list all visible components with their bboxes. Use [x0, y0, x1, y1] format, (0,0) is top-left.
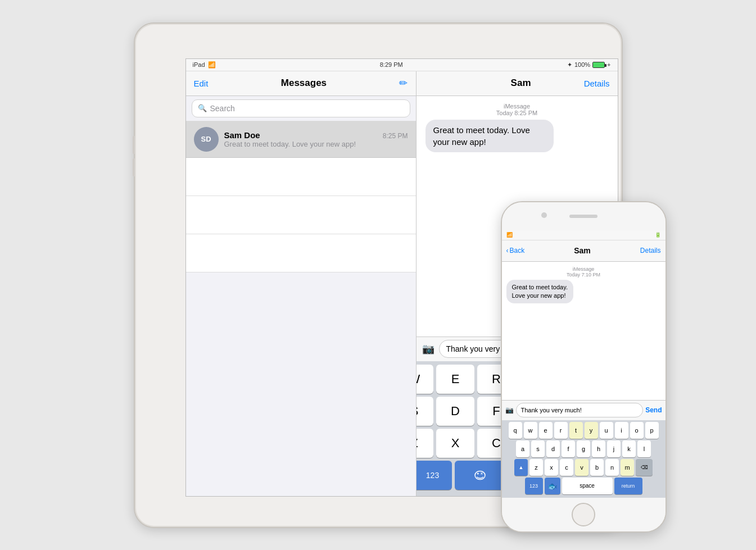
iphone-contact-name: Sam [574, 246, 591, 255]
iphone-key-a[interactable]: a [516, 440, 529, 457]
iphone-key-l[interactable]: l [637, 440, 651, 457]
iphone-back-button[interactable]: ‹ Back [506, 247, 525, 254]
emoji-key[interactable] [455, 461, 505, 490]
search-bar[interactable]: 🔍 Search [192, 99, 410, 117]
imessage-header: iMessage Today 8:25 PM [425, 103, 609, 116]
conversation-item[interactable]: SD Sam Doe 8:25 PM Great to meet today. … [186, 121, 416, 158]
key-w[interactable]: W [417, 365, 434, 394]
iphone-home-button[interactable] [572, 503, 595, 526]
iphone-carrier: 📶 [506, 232, 513, 238]
iphone-key-d[interactable]: d [546, 440, 560, 457]
iphone-key-y[interactable]: y [585, 422, 598, 439]
iphone-key-n[interactable]: n [605, 459, 619, 476]
iphone-chat: iMessage Today 7:10 PM Great to meet tod… [502, 262, 666, 400]
messages-nav-bar: Edit Messages ✏ [186, 71, 416, 96]
key-x[interactable]: X [436, 429, 474, 458]
iphone-key-t[interactable]: t [569, 422, 583, 439]
iphone-nav-bar: ‹ Back Sam Details [502, 240, 666, 262]
ipad-status-bar: iPad 📶 8:29 PM ✦ 100% + [186, 59, 618, 71]
status-left: iPad 📶 [193, 61, 216, 69]
iphone-screen: 📶 🔋 ‹ Back Sam Details iMessage Today 7:… [502, 230, 666, 498]
iphone-shell: 📶 🔋 ‹ Back Sam Details iMessage Today 7:… [501, 201, 667, 533]
chevron-left-icon: ‹ [506, 247, 509, 254]
iphone-key-k[interactable]: k [622, 440, 636, 457]
iphone-imessage-header: iMessage Today 7:10 PM [506, 266, 661, 278]
chat-nav-bar: Sam Details [417, 71, 618, 96]
iphone-row-2: a s d f g h j k l [503, 440, 664, 457]
iphone-send-button[interactable]: Send [645, 406, 662, 414]
status-time: 8:29 PM [380, 61, 403, 68]
iphone-key-p[interactable]: p [645, 422, 659, 439]
battery-label: 100% [574, 61, 590, 68]
conv-time: 8:25 PM [383, 132, 408, 140]
conv-info: Sam Doe 8:25 PM Great to meet today. Lov… [224, 130, 408, 148]
edit-button[interactable]: Edit [194, 79, 209, 88]
iphone-top-bar [502, 202, 666, 230]
battery-icon [592, 62, 605, 68]
iphone-key-v[interactable]: v [575, 459, 588, 476]
iphone-shift-key[interactable]: ▲ [514, 459, 528, 476]
conv-name: Sam Doe [224, 130, 260, 140]
iphone-message-input[interactable]: Thank you very much! [516, 403, 644, 417]
iphone-key-z[interactable]: z [529, 459, 543, 476]
iphone-return-key[interactable]: return [614, 478, 642, 494]
iphone-emoji-key[interactable]: 🐟 [545, 478, 560, 494]
iphone-key-b[interactable]: b [590, 459, 604, 476]
search-icon: 🔍 [198, 104, 207, 112]
iphone-key-w[interactable]: w [524, 422, 537, 439]
iphone-key-s[interactable]: s [531, 440, 545, 457]
iphone-num-key[interactable]: 123 [525, 478, 543, 494]
iphone-incoming-bubble-row: Great to meet today.Love your new app! [506, 280, 661, 304]
iphone-key-x[interactable]: x [545, 459, 558, 476]
wifi-icon: 📶 [208, 61, 216, 69]
iphone-key-i[interactable]: i [615, 422, 628, 439]
iphone-key-c[interactable]: c [560, 459, 573, 476]
bluetooth-icon: ✦ [567, 61, 572, 69]
num-key[interactable]: 123 [417, 461, 452, 490]
key-z[interactable]: Z [417, 429, 434, 458]
ipad-label: iPad [193, 61, 205, 68]
key-s[interactable]: S [417, 397, 434, 426]
incoming-bubble-row: Great to meet today. Love your new app! [425, 120, 609, 152]
search-bar-wrap: 🔍 Search [186, 96, 416, 121]
volume-down-button[interactable] [133, 158, 135, 176]
iphone-key-h[interactable]: h [592, 440, 605, 457]
iphone-home-area [502, 498, 666, 531]
incoming-bubble: Great to meet today. Love your new app! [425, 120, 554, 152]
iphone-speaker [569, 215, 597, 218]
iphone-space-key[interactable]: space [562, 478, 613, 494]
camera-button[interactable]: 📷 [422, 343, 434, 355]
empty-row-2 [186, 196, 416, 234]
iphone-delete-key[interactable]: ⌫ [636, 459, 653, 476]
iphone-key-u[interactable]: u [600, 422, 613, 439]
key-e[interactable]: E [436, 365, 474, 394]
iphone-key-m[interactable]: m [621, 459, 634, 476]
conv-preview: Great to meet today. Love your new app! [224, 140, 408, 148]
messages-title: Messages [281, 78, 327, 89]
key-d[interactable]: D [436, 397, 474, 426]
messages-list-panel: Edit Messages ✏ 🔍 Search SD Sam Doe [186, 71, 417, 496]
iphone-input-bar: 📷 Thank you very much! Send [502, 400, 666, 420]
volume-up-button[interactable] [133, 136, 135, 154]
iphone-key-q[interactable]: q [509, 422, 522, 439]
iphone-key-o[interactable]: o [630, 422, 644, 439]
iphone-back-label: Back [510, 247, 525, 254]
conv-name-row: Sam Doe 8:25 PM [224, 130, 408, 140]
charging-icon: + [607, 61, 610, 68]
iphone-key-e[interactable]: e [539, 422, 553, 439]
iphone-camera-button[interactable]: 📷 [505, 406, 514, 414]
iphone-key-j[interactable]: j [607, 440, 621, 457]
ipad-volume-buttons [133, 136, 135, 176]
iphone-details-button[interactable]: Details [640, 247, 661, 254]
iphone-key-f[interactable]: f [562, 440, 575, 457]
chat-details-button[interactable]: Details [584, 79, 610, 88]
iphone-incoming-bubble: Great to meet today.Love your new app! [506, 280, 573, 304]
iphone-row-1: q w e r t y u i o p [503, 422, 664, 439]
iphone-key-g[interactable]: g [577, 440, 590, 457]
search-input[interactable]: Search [210, 104, 235, 113]
iphone-key-r[interactable]: r [554, 422, 568, 439]
iphone-row-3: ▲ z x c v b n m ⌫ [503, 459, 664, 476]
chat-contact-name: Sam [458, 78, 584, 89]
iphone-input-text: Thank you very much! [521, 407, 582, 413]
compose-button[interactable]: ✏ [399, 77, 408, 89]
